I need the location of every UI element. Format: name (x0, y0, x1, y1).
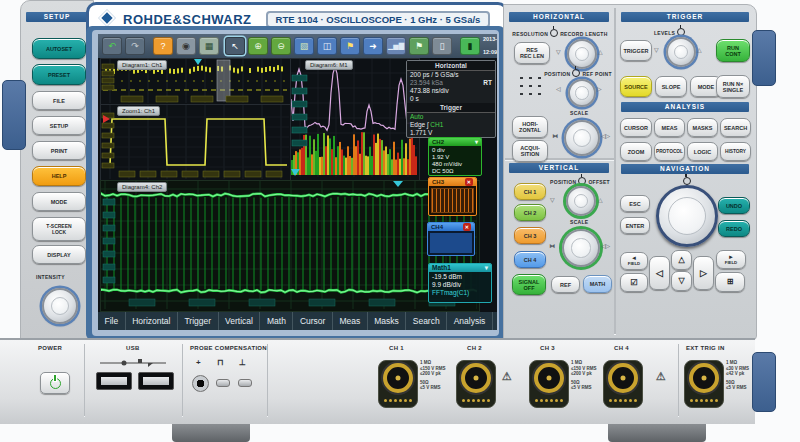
menu-item-trigger[interactable]: Trigger (178, 312, 219, 330)
run-cont-button[interactable]: RUNCONT (716, 39, 750, 62)
diagram4-waveform (101, 181, 477, 309)
esc-button[interactable]: ESC (620, 195, 650, 212)
source-button[interactable]: SOURCE (620, 76, 652, 97)
signal-off-button[interactable]: SIGNALOFF (512, 274, 546, 295)
arrow-up-button[interactable]: △ (671, 250, 692, 270)
run-single-button[interactable]: RUN N×SINGLE (716, 75, 750, 98)
math-button[interactable]: MATH (583, 275, 612, 293)
zoom-out-icon[interactable]: ⊖ (271, 37, 291, 55)
v-position-knob[interactable] (566, 186, 596, 216)
h-position-label: POSITION (544, 71, 570, 77)
menu-item-cursor[interactable]: Cursor (293, 312, 333, 330)
zoom-button[interactable]: ZOOM (620, 142, 652, 161)
screenshot-icon[interactable]: ◉ (176, 37, 196, 55)
enter-button[interactable]: ENTER (620, 217, 650, 234)
nav-redo-button[interactable]: REDO (718, 220, 750, 237)
navigation-knob[interactable] (656, 185, 718, 247)
zoom-in-icon[interactable]: ⊕ (248, 37, 268, 55)
menu-item-display[interactable]: Display (493, 312, 497, 330)
cursor-icon[interactable]: ↖ (225, 37, 245, 55)
masks-button[interactable]: MASKS (687, 118, 718, 137)
delete-icon[interactable]: ▯ (432, 37, 452, 55)
meas-button[interactable]: MEAS (654, 118, 685, 137)
field-right-button[interactable]: ►FIELD (716, 250, 746, 269)
menu-item-search[interactable]: Search (406, 312, 447, 330)
touchscreen-lock-button[interactable]: T-SCREENLOCK (32, 217, 86, 241)
acquisition-button[interactable]: ACQUI-SITION (512, 140, 548, 162)
minimize-icon[interactable]: ▾ (485, 264, 488, 272)
math1-signal-box[interactable]: Math1▾ -19.5 dBm 9.9 dB/div FFTmag(C1) (428, 263, 492, 303)
ch4-button[interactable]: CH 4 (514, 251, 546, 268)
menu-item-meas[interactable]: Meas (333, 312, 368, 330)
zoom1-tab[interactable]: Zoom1: Ch1 (117, 106, 160, 116)
resolution-label: RESOLUTION (512, 31, 548, 37)
screen-menu-bar: File Horizontal Trigger Vertical Math Cu… (98, 312, 497, 330)
window-tab-button[interactable]: ⊞ (715, 272, 745, 292)
protocol-button[interactable]: PROTOCOL (654, 142, 685, 161)
menu-item-vertical[interactable]: Vertical (219, 312, 261, 330)
arrow-down-button[interactable]: ▽ (671, 271, 692, 291)
h-scale-knob[interactable] (564, 120, 600, 156)
display-grid-icon[interactable]: ◫ (317, 37, 337, 55)
diagram4-tab[interactable]: Diagram4: Ch2 (117, 182, 167, 192)
checkbox-button[interactable]: ☑ (620, 273, 648, 292)
square-wave-symbol: ⊓ (217, 358, 224, 367)
menu-item-analysis[interactable]: Analysis (447, 312, 493, 330)
search-button[interactable]: SEARCH (720, 118, 751, 137)
mask-test-icon[interactable]: ⚑ (409, 37, 429, 55)
ch2-signal-box[interactable]: CH2▾ 0 div 1.92 V 480 mV/div DC 50Ω (428, 137, 482, 176)
ch3-signal-box[interactable]: CH3✕ (428, 177, 477, 216)
marker-flag-icon[interactable]: ⚑ (340, 37, 360, 55)
menu-item-file[interactable]: File (98, 312, 126, 330)
print-button[interactable]: PRINT (32, 141, 86, 160)
nav-undo-button[interactable]: UNDO (718, 197, 750, 214)
logic-button[interactable]: LOGIC (687, 142, 718, 161)
jump-icon[interactable]: ➜ (363, 37, 383, 55)
undo-icon[interactable]: ↶ (102, 37, 122, 55)
close-icon[interactable]: ✕ (465, 178, 473, 186)
redo-icon[interactable]: ↷ (125, 37, 145, 55)
res-reclen-button[interactable]: RESREC LEN (514, 42, 550, 64)
file-button[interactable]: FILE (32, 91, 86, 110)
history-button[interactable]: HISTORY (720, 142, 751, 161)
ch2-button[interactable]: CH 2 (514, 204, 546, 221)
ref-button[interactable]: REF (551, 276, 580, 293)
horizontal-menu-button[interactable]: HORI-ZONTAL (512, 116, 548, 138)
mode-button[interactable]: MODE (32, 192, 86, 211)
slope-button[interactable]: SLOPE (655, 76, 687, 97)
arrow-right-button[interactable]: ▷ (693, 256, 714, 290)
acquisition-state-icon[interactable]: ▮ (460, 37, 480, 55)
setup-button[interactable]: SETUP (32, 116, 86, 135)
ch3-bnc-connector (529, 360, 569, 408)
display-button[interactable]: DISPLAY (32, 245, 86, 264)
ch1-button[interactable]: CH 1 (514, 183, 546, 200)
diagram1-tab[interactable]: Diagram1: Ch1 (117, 60, 167, 70)
ch3-button[interactable]: CH 3 (514, 227, 546, 244)
bottom-right-handle (752, 352, 776, 412)
menu-item-math[interactable]: Math (260, 312, 293, 330)
help-button[interactable]: HELP (32, 166, 86, 186)
autoset-button[interactable]: AUTOSET (32, 38, 86, 59)
arrow-left-button[interactable]: ◁ (649, 256, 670, 290)
spectrum-icon[interactable]: ▁▅▇ (386, 37, 406, 55)
trigger-menu-button[interactable]: TRIGGER (620, 40, 652, 61)
minimize-icon[interactable]: ▾ (475, 138, 478, 146)
v-scale-knob[interactable] (562, 229, 600, 267)
close-icon[interactable]: ✕ (463, 223, 471, 231)
menu-item-horizontal[interactable]: Horizontal (126, 312, 178, 330)
intensity-knob[interactable] (42, 288, 78, 324)
resolution-knob[interactable] (567, 39, 597, 69)
field-left-button[interactable]: ◄FIELD (620, 252, 648, 270)
help-icon[interactable]: ? (153, 37, 173, 55)
h-position-knob[interactable] (568, 79, 596, 107)
power-button[interactable] (40, 372, 70, 394)
usb-label: USB (126, 345, 140, 351)
preset-button[interactable]: PRESET (32, 64, 86, 85)
ch4-signal-box[interactable]: CH4✕ (427, 222, 475, 256)
zoom-area-icon[interactable]: ▧ (294, 37, 314, 55)
cursor-button[interactable]: CURSOR (620, 118, 652, 137)
spectrum-tab[interactable]: Diagram6: M1 (305, 60, 353, 70)
trigger-level-knob[interactable] (666, 37, 696, 67)
menu-item-masks[interactable]: Masks (368, 312, 407, 330)
annotate-grid-icon[interactable]: ▦ (199, 37, 219, 55)
